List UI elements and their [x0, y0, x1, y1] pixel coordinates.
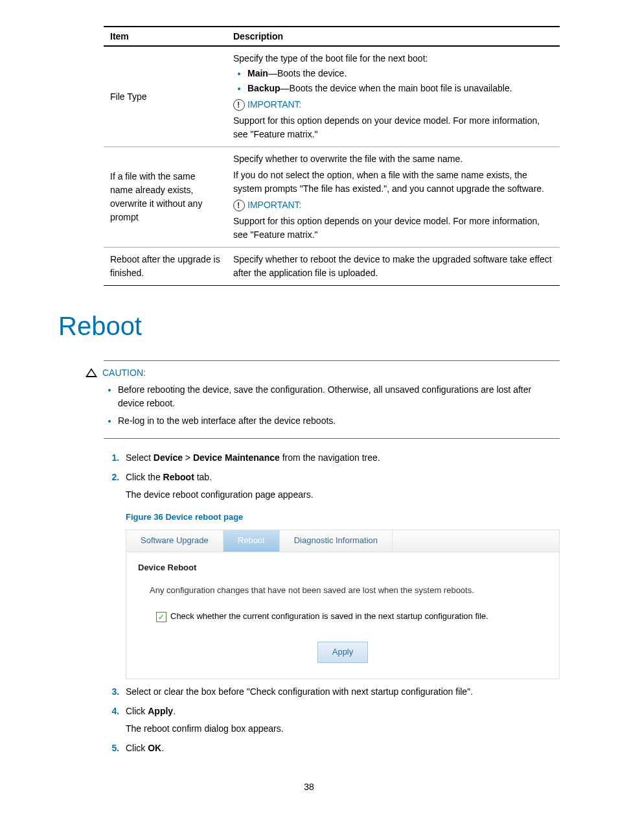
tab-reboot[interactable]: Reboot: [223, 530, 280, 552]
check-config-checkbox[interactable]: ✓: [156, 612, 166, 622]
tab-software-upgrade[interactable]: Software Upgrade: [126, 530, 223, 552]
table-row: If a file with the same name already exi…: [104, 147, 560, 248]
important-label: IMPORTANT:: [233, 198, 553, 212]
caution-item: Before rebooting the device, save the co…: [118, 383, 560, 410]
caution-label: CAUTION:: [86, 368, 560, 378]
row2-p1: Specify whether to overwrite the file wi…: [233, 152, 553, 166]
step-2-subtext: The device reboot configuration page app…: [126, 487, 560, 502]
row1-bullet-main: Main—Boots the device.: [247, 67, 553, 80]
table-row: File Type Specify the type of the boot f…: [104, 46, 560, 147]
row2-support-text: Support for this option depends on your …: [233, 215, 553, 242]
table-header-item: Item: [104, 27, 227, 46]
caution-block: CAUTION: Before rebooting the device, sa…: [104, 360, 560, 439]
row1-intro: Specify the type of the boot file for th…: [233, 52, 553, 65]
important-label: IMPORTANT:: [233, 98, 553, 111]
check-config-label: Check whether the current configuration …: [170, 610, 488, 624]
table-cell-item: If a file with the same name already exi…: [104, 147, 227, 248]
caution-item: Re-log in to the web interface after the…: [118, 414, 560, 428]
step-2: Click the Reboot tab. The device reboot …: [122, 470, 560, 679]
table-cell-desc: Specify whether to reboot the device to …: [227, 248, 560, 286]
tab-row: Software Upgrade Reboot Diagnostic Infor…: [126, 530, 559, 552]
apply-button[interactable]: Apply: [317, 642, 369, 663]
caution-icon: [86, 368, 97, 377]
table-header-desc: Description: [227, 27, 560, 46]
table-cell-desc: Specify whether to overwrite the file wi…: [227, 147, 560, 248]
table-cell-item: Reboot after the upgrade is finished.: [104, 248, 227, 286]
table-cell-desc: Specify the type of the boot file for th…: [227, 46, 560, 147]
step-1: Select Device > Device Maintenance from …: [122, 450, 560, 465]
table-row: Reboot after the upgrade is finished. Sp…: [104, 248, 560, 286]
row2-p2: If you do not select the option, when a …: [233, 169, 553, 196]
figure-caption: Figure 36 Device reboot page: [126, 511, 560, 524]
figure-device-reboot: Software Upgrade Reboot Diagnostic Infor…: [126, 530, 560, 679]
table-cell-item: File Type: [104, 46, 227, 147]
figure-note: Any configuration changes that have not …: [150, 584, 547, 598]
step-5: Click OK.: [122, 741, 560, 755]
page-number: 38: [58, 782, 560, 792]
row1-support-text: Support for this option depends on your …: [233, 114, 553, 141]
step-4-subtext: The reboot confirm dialog box appears.: [126, 721, 560, 736]
tab-diagnostic-information[interactable]: Diagnostic Information: [280, 530, 393, 552]
description-table: Item Description File Type Specify the t…: [104, 26, 560, 286]
important-icon: [233, 99, 245, 111]
step-3: Select or clear the box before "Check co…: [122, 684, 560, 699]
row1-bullet-backup: Backup—Boots the device when the main bo…: [247, 82, 553, 95]
steps-list: Select Device > Device Maintenance from …: [104, 450, 560, 756]
step-4: Click Apply. The reboot confirm dialog b…: [122, 704, 560, 736]
important-icon: [233, 200, 245, 211]
section-heading-reboot: Reboot: [58, 312, 560, 341]
figure-heading: Device Reboot: [138, 561, 547, 575]
